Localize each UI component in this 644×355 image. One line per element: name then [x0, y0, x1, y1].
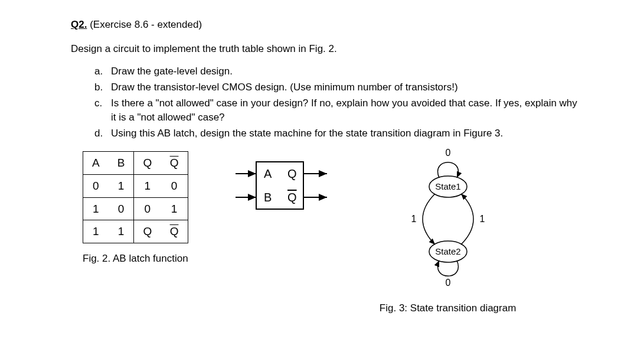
block-label-Q: Q	[287, 167, 297, 180]
block-label-Qbar: Q	[287, 191, 297, 204]
list-marker: b.	[94, 80, 111, 95]
fig3-caption: Fig. 3: State transition diagram	[371, 301, 525, 316]
edge-label-1-left: 1	[411, 214, 416, 224]
cell: 0	[83, 175, 109, 198]
th-B: B	[109, 152, 134, 175]
th-A: A	[83, 152, 109, 175]
edge-label-0-top: 0	[445, 148, 450, 158]
edge-label-0-bottom: 0	[445, 278, 450, 288]
th-Q: Q	[134, 152, 161, 175]
list-item-d: d. Using this AB latch, design the state…	[94, 126, 585, 141]
list-marker: d.	[94, 126, 111, 141]
list-text: Using this AB latch, design the state ma…	[111, 126, 585, 141]
table-header-row: A B Q Q	[83, 152, 188, 175]
cell: 1	[83, 220, 109, 243]
th-Qbar: Q	[161, 152, 188, 175]
cell: 1	[109, 175, 134, 198]
fig3-column: State1 State2 0 0 1 1 Fig. 3: State tran…	[371, 145, 525, 316]
question-title: Q2. (Exercise 8.6 - extended)	[71, 18, 585, 32]
list-item-a: a. Draw the gate-level design.	[94, 64, 585, 79]
list-item-b: b. Draw the transistor-level CMOS design…	[94, 80, 585, 95]
subquestion-list: a. Draw the gate-level design. b. Draw t…	[94, 64, 585, 141]
question-number: Q2.	[71, 19, 87, 30]
list-text: Is there a "not allowed" case in your de…	[111, 96, 585, 125]
question-title-rest: (Exercise 8.6 - extended)	[87, 19, 202, 30]
block-label-B: B	[264, 191, 272, 204]
list-item-c: c. Is there a "not allowed" case in your…	[94, 96, 585, 125]
state-diagram-icon: State1 State2 0 0 1 1	[371, 145, 525, 293]
cell: 1	[134, 175, 161, 198]
table-row: 1 1 Q Q	[83, 220, 188, 243]
cell: 0	[161, 175, 188, 198]
cell: 0	[134, 197, 161, 220]
cell: 1	[109, 220, 134, 243]
edge-label-1-right: 1	[479, 214, 485, 224]
block-label-A: A	[264, 167, 272, 180]
cell: Q	[134, 220, 161, 243]
intro-text: Design a circuit to implement the truth …	[71, 42, 585, 57]
figures-row: A B Q Q 0 1 1 0 1 0 0 1 1 1 Q Q	[83, 151, 585, 316]
fig2-column: A B Q Q 0 1 1 0 1 0 0 1 1 1 Q Q	[83, 151, 188, 266]
list-text: Draw the gate-level design.	[111, 64, 585, 79]
truth-table: A B Q Q 0 1 1 0 1 0 0 1 1 1 Q Q	[83, 151, 188, 243]
table-row: 1 0 0 1	[83, 197, 188, 220]
state1-label: State1	[435, 181, 460, 191]
latch-block-icon: A B Q Q	[224, 157, 336, 216]
cell: Q	[161, 220, 188, 243]
fig2-caption: Fig. 2. AB latch function	[83, 252, 188, 266]
list-marker: c.	[94, 96, 111, 125]
cell: 1	[83, 197, 109, 220]
block-diagram: A B Q Q	[224, 157, 336, 216]
list-marker: a.	[94, 64, 111, 79]
state2-label: State2	[435, 246, 460, 256]
cell: 1	[161, 197, 188, 220]
cell: 0	[109, 197, 134, 220]
list-text: Draw the transistor-level CMOS design. (…	[111, 80, 585, 95]
table-row: 0 1 1 0	[83, 175, 188, 198]
